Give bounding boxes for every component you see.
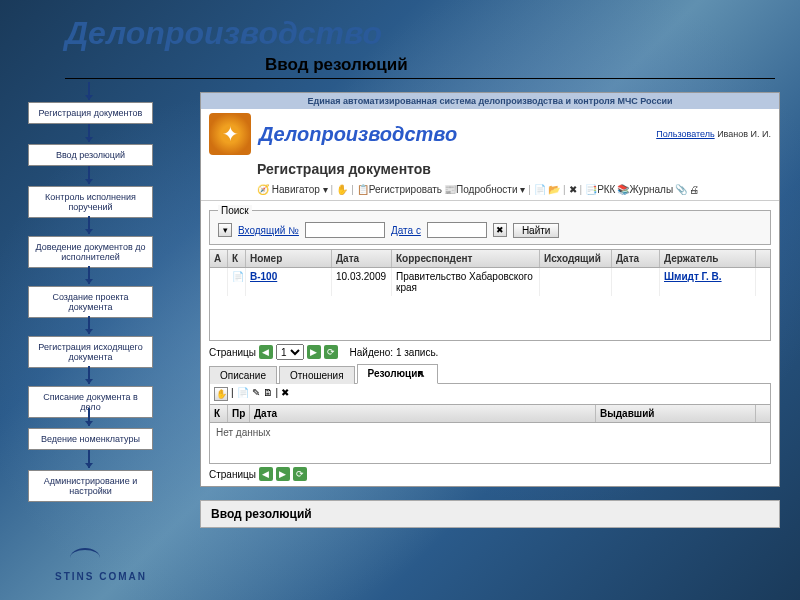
col-date2[interactable]: Дата (612, 250, 660, 267)
brand-swirl-icon (70, 548, 100, 568)
attach-icon[interactable]: 📎 (675, 184, 687, 195)
nav-arrow-icon (88, 82, 90, 100)
col-date[interactable]: Дата (332, 250, 392, 267)
col2-date[interactable]: Дата (250, 405, 596, 422)
nav-arrow-icon (88, 216, 90, 234)
col-k[interactable]: К (228, 250, 246, 267)
col2-issued[interactable]: Выдавший (596, 405, 756, 422)
col-number[interactable]: Номер (246, 250, 332, 267)
row-date: 10.03.2009 (332, 268, 392, 296)
search-legend: Поиск (218, 205, 252, 216)
navigator-button[interactable]: 🧭 Навигатор ▾ (257, 184, 328, 195)
page2-prev-button[interactable]: ◀ (259, 467, 273, 481)
main-toolbar: 🧭 Навигатор ▾ | ✋ | 📋Регистрировать 📰Под… (201, 181, 779, 201)
nav-item-deliver[interactable]: Доведение документов до исполнителей (28, 236, 153, 268)
user-block: Пользователь Иванов И. И. (656, 129, 771, 139)
title-divider (65, 78, 775, 79)
app-title: Делопроизводство (259, 123, 457, 146)
documents-grid: А К Номер Дата Корреспондент Исходящий Д… (209, 249, 771, 341)
pager: Страницы ◀ 1 ▶ ⟳ Найдено: 1 запись. (209, 344, 771, 360)
nav-item-admin[interactable]: Администрирование и настройки (28, 470, 153, 502)
nav-arrow-icon (88, 266, 90, 284)
app-window: Единая автоматизированная система делопр… (200, 92, 780, 487)
pager2: Страницы ◀ ▶ ⟳ (209, 467, 771, 481)
rkk-button[interactable]: 📑РКК (585, 184, 615, 195)
found-label: Найдено: 1 запись. (350, 347, 439, 358)
table-row[interactable]: 📄 В-100 10.03.2009 Правительство Хабаров… (210, 268, 770, 296)
col2-k[interactable]: К (210, 405, 228, 422)
nav-item-create-draft[interactable]: Создание проекта документа (28, 286, 153, 318)
col2-pr[interactable]: Пр (228, 405, 250, 422)
page2-next-button[interactable]: ▶ (276, 467, 290, 481)
row-outgoing (540, 268, 612, 296)
nav-arrow-icon (88, 366, 90, 384)
journals-button[interactable]: 📚Журналы (617, 184, 673, 195)
nav-arrow-icon (88, 408, 90, 426)
nav-item-nomenclature[interactable]: Ведение номенклатуры (28, 428, 153, 450)
row-doc-icon: 📄 (228, 268, 246, 296)
grid-header: А К Номер Дата Корреспондент Исходящий Д… (210, 250, 770, 268)
nav-item-writeoff[interactable]: Списание документа в дело (28, 386, 153, 418)
hand-icon[interactable]: ✋ (336, 184, 348, 195)
system-header: Единая автоматизированная система делопр… (201, 93, 779, 109)
slide-title: Делопроизводство (65, 15, 382, 52)
pages-label: Страницы (209, 347, 256, 358)
col-a[interactable]: А (210, 250, 228, 267)
tab-resolutions[interactable]: Резолюции↖ (357, 364, 439, 384)
col-holder[interactable]: Держатель (660, 250, 756, 267)
details-button[interactable]: 📰Подробности ▾ (444, 184, 525, 195)
col-outgoing[interactable]: Исходящий (540, 250, 612, 267)
incoming-number-input[interactable] (305, 222, 385, 238)
row-correspondent: Правительство Хабаровского края (392, 268, 540, 296)
section-title: Регистрация документов (201, 159, 779, 181)
nav-arrow-icon (88, 450, 90, 468)
res-new-icon[interactable]: 📄 (237, 387, 249, 401)
nav-item-control[interactable]: Контроль исполнения поручений (28, 186, 153, 218)
nav-item-outgoing[interactable]: Регистрация исходящего документа (28, 336, 153, 368)
nav-item-register-docs[interactable]: Регистрация документов (28, 102, 153, 124)
holder-link[interactable]: Шмидт Г. В. (664, 271, 722, 282)
delete-icon[interactable]: ✖ (569, 184, 577, 195)
tab-relations[interactable]: Отношения (279, 366, 355, 384)
print-icon[interactable]: 🖨 (689, 184, 699, 195)
doc-number-link[interactable]: В-100 (250, 271, 277, 282)
col-correspondent[interactable]: Корреспондент (392, 250, 540, 267)
nav-arrow-icon (88, 124, 90, 142)
res-add-button[interactable]: ✋ (214, 387, 228, 401)
resolutions-empty: Нет данных (210, 423, 770, 463)
page-next-button[interactable]: ▶ (307, 345, 321, 359)
page-select[interactable]: 1 (276, 344, 304, 360)
move-icon[interactable]: 📂 (548, 184, 560, 195)
res-edit-icon[interactable]: ✎ (252, 387, 260, 401)
user-label-link[interactable]: Пользователь (656, 129, 714, 139)
nav-arrow-icon (88, 316, 90, 334)
tab-description[interactable]: Описание (209, 366, 277, 384)
nav-item-resolutions[interactable]: Ввод резолюций (28, 144, 153, 166)
find-button[interactable]: Найти (513, 223, 560, 238)
res-doc-icon[interactable]: 🗎 (263, 387, 273, 401)
register-button[interactable]: 📋Регистрировать (357, 184, 442, 195)
page-prev-button[interactable]: ◀ (259, 345, 273, 359)
nav-arrow-icon (88, 166, 90, 184)
date-from-input[interactable] (427, 222, 487, 238)
copy-icon[interactable]: 📄 (534, 184, 546, 195)
resolutions-grid: К Пр Дата Выдавший Нет данных (209, 404, 771, 464)
res-delete-icon[interactable]: ✖ (281, 387, 289, 401)
slide-caption: Ввод резолюций (200, 500, 780, 528)
emblem-icon (209, 113, 251, 155)
incoming-number-label[interactable]: Входящий № (238, 225, 299, 236)
resolutions-toolbar: ✋ | 📄 ✎ 🗎 | ✖ (209, 384, 771, 404)
search-panel: Поиск ▾ Входящий № Дата с ✖ Найти (209, 205, 771, 245)
page2-refresh-button[interactable]: ⟳ (293, 467, 307, 481)
slide-subtitle: Ввод резолюций (265, 55, 408, 75)
page-refresh-button[interactable]: ⟳ (324, 345, 338, 359)
user-name: Иванов И. И. (717, 129, 771, 139)
footer-brand: STINS COMAN (55, 571, 147, 582)
date-from-label[interactable]: Дата с (391, 225, 421, 236)
cursor-icon: ↖ (417, 368, 427, 380)
expand-search-button[interactable]: ▾ (218, 223, 232, 237)
clear-search-button[interactable]: ✖ (493, 223, 507, 237)
pages2-label: Страницы (209, 469, 256, 480)
detail-tabs: Описание Отношения Резолюции↖ (209, 363, 771, 384)
row-date2 (612, 268, 660, 296)
